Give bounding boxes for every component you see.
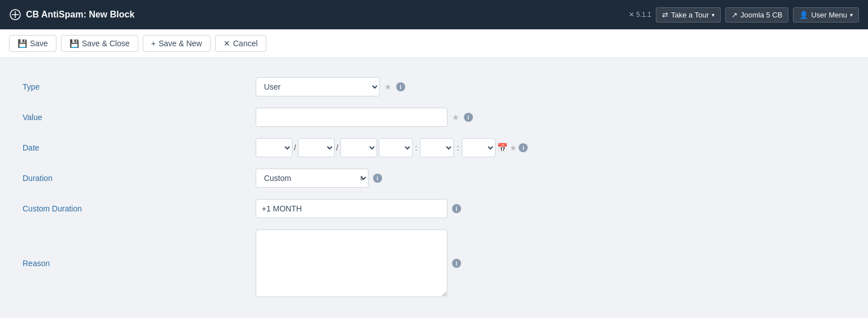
type-star-icon[interactable]: ★ [384,82,392,91]
joomla-label: Joomla 5 CB [740,11,782,19]
save-icon: 💾 [17,39,27,48]
duration-field-cell: Custom 1 Day 1 Week 1 Month 1 Year Perma… [251,163,850,193]
date-sep-1: / [294,143,296,152]
custom-duration-label: Custom Duration [18,193,251,224]
value-info-icon[interactable]: i [464,113,473,122]
date-field: / / : : 📅 ★ i [256,138,845,157]
date-row: Date / / : : 📅 ★ i [18,132,850,163]
custom-duration-field: i [256,199,845,218]
type-field-cell: User IP Email Domain ★ i [251,72,850,102]
version-badge: ✕ 5.1.1 [629,11,651,19]
cancel-label: Cancel [233,39,258,48]
type-select[interactable]: User IP Email Domain [256,77,380,96]
value-row: Value ★ i [18,102,850,132]
save-new-label: Save & New [159,39,202,48]
value-field: ★ i [256,108,845,127]
date-year-select[interactable] [340,138,377,157]
custom-duration-field-cell: i [251,193,850,224]
save-close-label: Save & Close [82,39,130,48]
reason-field: i [256,229,845,297]
save-close-button[interactable]: 💾 Save & Close [61,35,138,52]
plus-icon: + [151,39,156,48]
type-info-icon[interactable]: i [396,82,405,91]
save-button[interactable]: 💾 Save [9,35,56,52]
reason-info-icon[interactable]: i [452,259,461,268]
joomla-button[interactable]: ↗ Joomla 5 CB [725,7,788,23]
user-menu-label: User Menu [811,11,847,19]
reason-row: Reason i [18,224,850,303]
take-tour-label: Take a Tour [671,11,709,19]
type-label: Type [18,72,251,102]
value-input[interactable] [256,108,448,127]
topbar-right: ✕ 5.1.1 ⇄ Take a Tour ▾ ↗ Joomla 5 CB 👤 … [629,7,859,23]
date-month-select[interactable] [256,138,292,157]
value-star-icon[interactable]: ★ [452,113,459,122]
brand-icon [9,8,21,21]
reason-textarea[interactable] [256,229,448,297]
date-day-select[interactable] [298,138,335,157]
save-new-button[interactable]: + Save & New [143,35,211,52]
duration-label: Duration [18,163,251,193]
user-icon: 👤 [799,11,808,19]
date-info-icon[interactable]: i [519,143,528,152]
save-close-icon: 💾 [69,39,79,48]
type-row: Type User IP Email Domain ★ i [18,72,850,102]
calendar-icon[interactable]: 📅 [497,143,508,153]
date-label: Date [18,132,251,163]
topbar: CB AntiSpam: New Block ✕ 5.1.1 ⇄ Take a … [0,0,868,29]
chevron-down-icon: ▾ [712,12,714,18]
brand: CB AntiSpam: New Block [9,8,622,21]
value-label: Value [18,102,251,132]
duration-row: Duration Custom 1 Day 1 Week 1 Month 1 Y… [18,163,850,193]
reason-field-cell: i [251,224,850,303]
value-field-cell: ★ i [251,102,850,132]
date-hour-select[interactable] [379,138,413,157]
custom-duration-input[interactable] [256,199,448,218]
toolbar: 💾 Save 💾 Save & Close + Save & New ✕ Can… [0,29,868,58]
custom-duration-row: Custom Duration i [18,193,850,224]
save-label: Save [30,39,48,48]
date-time-sep-2: : [457,143,459,152]
duration-info-icon[interactable]: i [373,174,382,183]
chevron-down-icon-2: ▾ [850,12,853,18]
duration-field: Custom 1 Day 1 Week 1 Month 1 Year Perma… [256,169,845,188]
custom-duration-info-icon[interactable]: i [452,204,461,213]
date-sep-2: / [336,143,339,152]
duration-select[interactable]: Custom 1 Day 1 Week 1 Month 1 Year Perma… [256,169,369,188]
duration-select-wrap: Custom 1 Day 1 Week 1 Month 1 Year Perma… [256,169,369,188]
date-sec-select[interactable] [462,138,496,157]
date-min-select[interactable] [420,138,454,157]
type-field: User IP Email Domain ★ i [256,77,845,96]
take-tour-button[interactable]: ⇄ Take a Tour ▾ [656,7,721,23]
times-icon: ✕ [223,39,230,48]
date-field-cell: / / : : 📅 ★ i [251,132,850,163]
reason-label: Reason [18,224,251,303]
form-table: Type User IP Email Domain ★ i Value [18,72,850,303]
external-icon: ↗ [731,11,738,19]
date-time-sep-1: : [415,143,418,152]
user-menu-button[interactable]: 👤 User Menu ▾ [793,7,859,23]
page-title: CB AntiSpam: New Block [26,10,134,20]
cancel-button[interactable]: ✕ Cancel [215,35,266,52]
transfer-icon: ⇄ [662,11,668,19]
date-star-icon[interactable]: ★ [510,143,517,152]
content-area: Type User IP Email Domain ★ i Value [0,58,868,318]
